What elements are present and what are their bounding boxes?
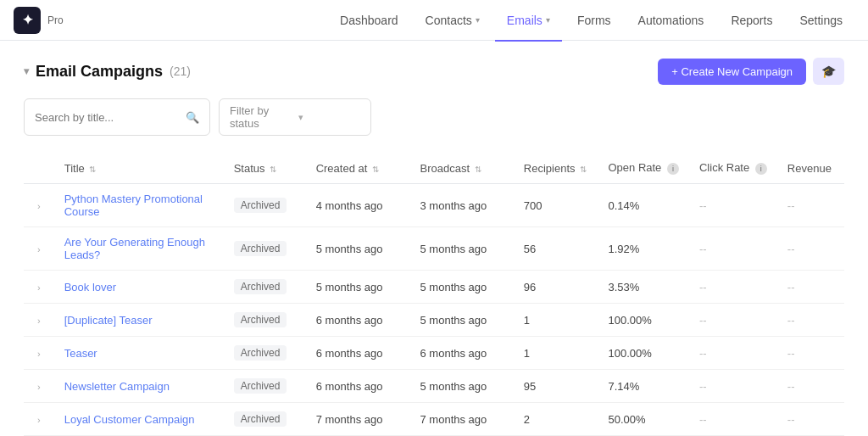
nav-label-contacts: Contacts xyxy=(426,14,472,27)
table-row: › Are Your Generating Enough Leads? Arch… xyxy=(24,227,844,271)
click-rate-cell: -- xyxy=(689,184,777,227)
th-expand xyxy=(24,153,54,184)
created-at-cell: 6 months ago xyxy=(306,337,410,370)
create-campaign-button[interactable]: + Create New Campaign xyxy=(658,59,806,85)
row-expand-button[interactable]: › xyxy=(34,199,44,213)
row-expand-button[interactable]: › xyxy=(34,380,44,394)
row-expand-button[interactable]: › xyxy=(34,314,44,327)
status-sort-icon: ⇅ xyxy=(270,165,276,174)
open-rate-cell: 100.00% xyxy=(598,304,689,337)
recipients-sort-icon: ⇅ xyxy=(580,165,587,174)
revenue-cell: -- xyxy=(777,337,844,370)
row-expand-button[interactable]: › xyxy=(34,281,44,294)
nav-item-contacts[interactable]: Contacts ▾ xyxy=(414,10,492,31)
campaign-title-link[interactable]: Book lover xyxy=(64,281,116,293)
nav-label-settings: Settings xyxy=(799,14,843,27)
open-rate-cell: 3.53% xyxy=(598,271,689,304)
status-filter-label: Filter by status xyxy=(230,104,292,130)
contacts-chevron-icon: ▾ xyxy=(476,15,480,25)
broadcast-cell: 5 months ago xyxy=(410,370,514,403)
logo-area: ✦ Pro xyxy=(14,7,64,34)
table-row: › Loyal Customer Campaign Archived 7 mon… xyxy=(24,403,844,436)
revenue-cell: -- xyxy=(777,403,844,436)
status-badge: Archived xyxy=(234,198,287,213)
click-rate-cell: -- xyxy=(689,403,777,436)
th-recipients[interactable]: Recipients ⇅ xyxy=(514,153,598,184)
emails-chevron-icon: ▾ xyxy=(546,15,550,25)
campaign-title-link[interactable]: Python Mastery Promotional Course xyxy=(64,193,203,218)
nav-item-forms[interactable]: Forms xyxy=(565,10,623,31)
revenue-cell: -- xyxy=(777,370,844,403)
campaigns-count: (21) xyxy=(170,64,191,78)
campaign-title-link[interactable]: Loyal Customer Campaign xyxy=(64,413,195,426)
th-status[interactable]: Status ⇅ xyxy=(224,153,306,184)
table-row: › [Duplicate] Teaser Archived 6 months a… xyxy=(24,304,844,337)
recipients-cell: 700 xyxy=(514,184,598,227)
table-row: › Teaser Archived 6 months ago 6 months … xyxy=(24,337,844,370)
status-badge: Archived xyxy=(234,312,287,327)
status-badge: Archived xyxy=(234,345,287,361)
broadcast-cell: 7 months ago xyxy=(410,403,514,436)
created-sort-icon: ⇅ xyxy=(372,165,379,174)
click-rate-cell: -- xyxy=(689,304,777,337)
open-rate-info-icon[interactable]: i xyxy=(667,163,679,175)
nav-item-settings[interactable]: Settings xyxy=(787,10,854,31)
recipients-cell: 2 xyxy=(514,403,598,436)
pro-label: Pro xyxy=(47,14,64,26)
recipients-cell: 95 xyxy=(514,370,598,403)
nav-item-emails[interactable]: Emails ▾ xyxy=(495,10,562,31)
open-rate-cell: 1.92% xyxy=(598,227,689,271)
campaign-title-link[interactable]: Teaser xyxy=(64,347,97,360)
collapse-toggle-icon[interactable]: ▾ xyxy=(24,65,29,77)
th-open-rate: Open Rate i xyxy=(598,153,689,184)
broadcast-sort-icon: ⇅ xyxy=(475,165,481,174)
nav-item-automations[interactable]: Automations xyxy=(626,10,716,31)
th-revenue: Revenue xyxy=(777,153,844,184)
nav-item-dashboard[interactable]: Dashboard xyxy=(328,10,410,31)
campaigns-table: Title ⇅ Status ⇅ Created at ⇅ Broadcast … xyxy=(24,153,844,436)
row-expand-button[interactable]: › xyxy=(34,413,44,427)
status-filter-dropdown[interactable]: Filter by status ▾ xyxy=(219,98,371,136)
click-rate-info-icon[interactable]: i xyxy=(755,163,767,175)
row-expand-button[interactable]: › xyxy=(34,243,44,256)
campaign-title-link[interactable]: Are Your Generating Enough Leads? xyxy=(64,236,205,261)
broadcast-cell: 5 months ago xyxy=(410,271,514,304)
status-badge: Archived xyxy=(234,378,287,394)
click-rate-cell: -- xyxy=(689,370,777,403)
nav-links: Dashboard Contacts ▾ Emails ▾ Forms Auto… xyxy=(328,10,854,31)
campaigns-table-wrap: Title ⇅ Status ⇅ Created at ⇅ Broadcast … xyxy=(24,153,844,436)
search-box[interactable]: 🔍 xyxy=(24,98,210,136)
share-icon-button[interactable]: 🎓 xyxy=(813,58,844,85)
nav-label-dashboard: Dashboard xyxy=(340,14,398,27)
search-input[interactable] xyxy=(35,111,179,124)
th-broadcast[interactable]: Broadcast ⇅ xyxy=(410,153,514,184)
th-created-at[interactable]: Created at ⇅ xyxy=(306,153,410,184)
campaign-title-link[interactable]: Newsletter Campaign xyxy=(64,380,170,393)
page-content: ▾ Email Campaigns (21) + Create New Camp… xyxy=(0,41,868,436)
th-title[interactable]: Title ⇅ xyxy=(54,153,224,184)
share-icon: 🎓 xyxy=(821,64,836,78)
revenue-cell: -- xyxy=(777,304,844,337)
table-row: › Python Mastery Promotional Course Arch… xyxy=(24,184,844,227)
revenue-cell: -- xyxy=(777,184,844,227)
open-rate-cell: 100.00% xyxy=(598,337,689,370)
nav-label-emails: Emails xyxy=(507,14,542,27)
status-badge: Archived xyxy=(234,411,287,427)
open-rate-cell: 7.14% xyxy=(598,370,689,403)
recipients-cell: 1 xyxy=(514,337,598,370)
recipients-cell: 56 xyxy=(514,227,598,271)
top-navigation: ✦ Pro Dashboard Contacts ▾ Emails ▾ Form… xyxy=(0,0,868,41)
broadcast-cell: 3 months ago xyxy=(410,184,514,227)
campaigns-header: ▾ Email Campaigns (21) + Create New Camp… xyxy=(24,58,844,85)
filters-row: 🔍 Filter by status ▾ xyxy=(24,98,844,136)
created-at-cell: 5 months ago xyxy=(306,227,410,271)
broadcast-cell: 5 months ago xyxy=(410,304,514,337)
created-at-cell: 6 months ago xyxy=(306,370,410,403)
campaign-title-link[interactable]: [Duplicate] Teaser xyxy=(64,314,153,327)
nav-item-reports[interactable]: Reports xyxy=(719,10,784,31)
click-rate-cell: -- xyxy=(689,271,777,304)
status-badge: Archived xyxy=(234,279,287,294)
revenue-cell: -- xyxy=(777,271,844,304)
table-header: Title ⇅ Status ⇅ Created at ⇅ Broadcast … xyxy=(24,153,844,184)
row-expand-button[interactable]: › xyxy=(34,347,44,361)
